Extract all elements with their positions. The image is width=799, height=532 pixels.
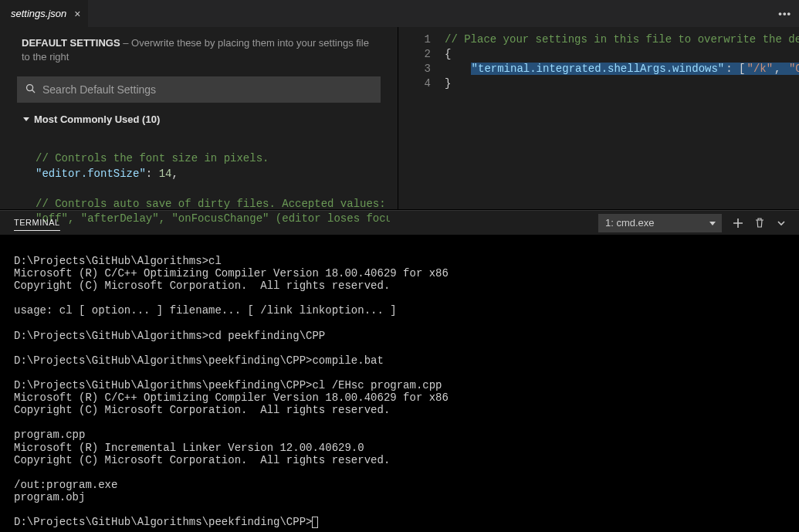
kill-terminal-icon[interactable] xyxy=(754,217,765,229)
chevron-down-icon xyxy=(23,117,29,121)
user-settings-editor[interactable]: 1 2 3 4 // Place your settings in this f… xyxy=(398,27,799,209)
section-title: Most Commonly Used (10) xyxy=(34,114,160,125)
close-icon[interactable]: × xyxy=(74,8,80,20)
search-icon xyxy=(25,83,36,97)
tab-bar: settings.json × ••• xyxy=(0,0,799,27)
section-most-commonly-used[interactable]: Most Commonly Used (10) xyxy=(23,114,390,125)
new-terminal-icon[interactable] xyxy=(733,218,743,229)
terminal-select[interactable]: 1: cmd.exe xyxy=(598,214,722,232)
svg-line-1 xyxy=(32,90,36,93)
chevron-down-icon[interactable] xyxy=(776,218,787,229)
tab-settings-json[interactable]: settings.json × xyxy=(0,0,88,27)
svg-point-0 xyxy=(27,85,33,91)
editor-split: DEFAULT SETTINGS – Overwrite these by pl… xyxy=(0,27,799,210)
banner-heading: DEFAULT SETTINGS xyxy=(22,37,120,49)
terminal-cursor xyxy=(312,517,318,528)
tab-title: settings.json xyxy=(11,8,66,19)
default-settings-pane: DEFAULT SETTINGS – Overwrite these by pl… xyxy=(0,27,398,209)
panel-actions: 1: cmd.exe xyxy=(598,214,787,232)
default-settings-code[interactable]: // Controls the font size in pixels. "ed… xyxy=(23,125,390,227)
editor-content[interactable]: // Place your settings in this file to o… xyxy=(445,32,799,91)
line-number-gutter: 1 2 3 4 xyxy=(398,32,445,91)
more-actions-icon[interactable]: ••• xyxy=(770,0,799,27)
search-default-settings[interactable] xyxy=(17,76,381,103)
terminal-output[interactable]: D:\Projects\GitHub\Algorithms>cl Microso… xyxy=(0,235,799,532)
panel-tab-terminal[interactable]: TERMINAL xyxy=(14,218,60,231)
search-input[interactable] xyxy=(42,83,373,96)
default-settings-banner: DEFAULT SETTINGS – Overwrite these by pl… xyxy=(0,27,398,72)
